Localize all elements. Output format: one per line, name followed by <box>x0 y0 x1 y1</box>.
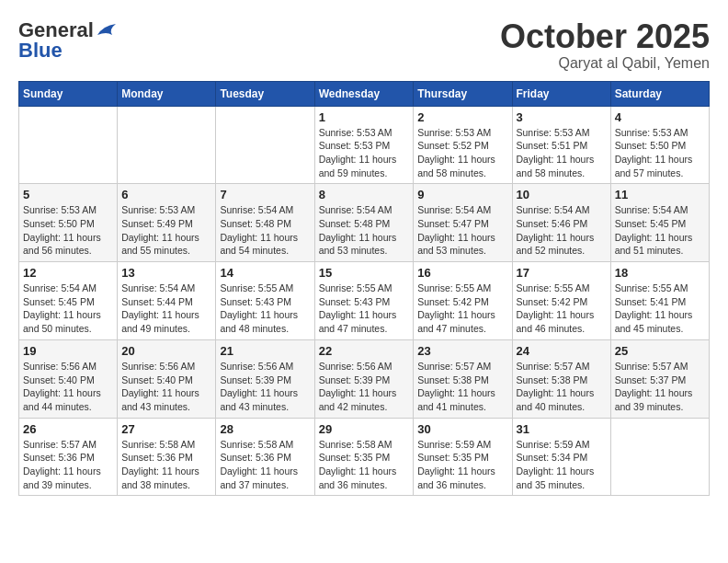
day-number: 24 <box>517 344 607 358</box>
day-info: Sunrise: 5:55 AM Sunset: 5:42 PM Dayligh… <box>417 282 507 336</box>
calendar-cell: 10Sunrise: 5:54 AM Sunset: 5:46 PM Dayli… <box>512 184 610 262</box>
day-number: 1 <box>319 110 410 124</box>
title-area: October 2025 Qaryat al Qabil, Yemen <box>500 18 710 72</box>
calendar-cell: 1Sunrise: 5:53 AM Sunset: 5:53 PM Daylig… <box>314 106 414 184</box>
calendar-cell: 8Sunrise: 5:54 AM Sunset: 5:48 PM Daylig… <box>314 184 414 262</box>
day-number: 11 <box>615 188 705 201</box>
day-number: 22 <box>319 344 410 358</box>
logo: General Blue <box>18 18 116 63</box>
day-number: 12 <box>23 266 113 280</box>
day-info: Sunrise: 5:54 AM Sunset: 5:44 PM Dayligh… <box>121 282 211 336</box>
col-thursday: Thursday <box>414 81 512 106</box>
calendar-cell: 2Sunrise: 5:53 AM Sunset: 5:52 PM Daylig… <box>414 106 512 184</box>
calendar-cell: 25Sunrise: 5:57 AM Sunset: 5:37 PM Dayli… <box>610 339 709 418</box>
calendar-week-row: 26Sunrise: 5:57 AM Sunset: 5:36 PM Dayli… <box>19 418 710 496</box>
calendar-cell: 18Sunrise: 5:55 AM Sunset: 5:41 PM Dayli… <box>610 262 709 340</box>
calendar-cell: 22Sunrise: 5:56 AM Sunset: 5:39 PM Dayli… <box>314 339 414 418</box>
calendar-cell: 13Sunrise: 5:54 AM Sunset: 5:44 PM Dayli… <box>118 262 216 340</box>
calendar-cell: 27Sunrise: 5:58 AM Sunset: 5:36 PM Dayli… <box>118 418 216 496</box>
day-info: Sunrise: 5:59 AM Sunset: 5:35 PM Dayligh… <box>417 438 507 492</box>
calendar-cell: 14Sunrise: 5:55 AM Sunset: 5:43 PM Dayli… <box>216 262 314 340</box>
calendar-week-row: 12Sunrise: 5:54 AM Sunset: 5:45 PM Dayli… <box>19 262 710 340</box>
calendar-cell <box>216 106 314 184</box>
day-info: Sunrise: 5:58 AM Sunset: 5:36 PM Dayligh… <box>220 438 310 492</box>
calendar-cell: 21Sunrise: 5:56 AM Sunset: 5:39 PM Dayli… <box>216 339 314 418</box>
calendar-cell: 31Sunrise: 5:59 AM Sunset: 5:34 PM Dayli… <box>512 418 610 496</box>
day-number: 14 <box>220 266 310 280</box>
day-number: 16 <box>417 266 507 280</box>
day-info: Sunrise: 5:57 AM Sunset: 5:36 PM Dayligh… <box>23 438 113 492</box>
col-wednesday: Wednesday <box>314 81 414 106</box>
calendar-cell: 11Sunrise: 5:54 AM Sunset: 5:45 PM Dayli… <box>610 184 709 262</box>
day-info: Sunrise: 5:54 AM Sunset: 5:47 PM Dayligh… <box>417 203 507 258</box>
day-number: 15 <box>319 266 410 280</box>
day-info: Sunrise: 5:57 AM Sunset: 5:38 PM Dayligh… <box>417 360 507 414</box>
calendar-cell: 17Sunrise: 5:55 AM Sunset: 5:42 PM Dayli… <box>512 262 610 340</box>
calendar-cell <box>118 106 216 184</box>
day-number: 13 <box>121 266 211 280</box>
calendar-cell: 30Sunrise: 5:59 AM Sunset: 5:35 PM Dayli… <box>414 418 512 496</box>
day-number: 17 <box>517 266 607 280</box>
day-info: Sunrise: 5:56 AM Sunset: 5:40 PM Dayligh… <box>23 360 113 414</box>
calendar-cell: 16Sunrise: 5:55 AM Sunset: 5:42 PM Dayli… <box>414 262 512 340</box>
day-number: 30 <box>417 422 507 436</box>
calendar-cell: 24Sunrise: 5:57 AM Sunset: 5:38 PM Dayli… <box>512 339 610 418</box>
day-number: 27 <box>121 422 211 436</box>
page-header: General Blue October 2025 Qaryat al Qabi… <box>18 18 710 72</box>
day-number: 5 <box>23 188 113 201</box>
month-title: October 2025 <box>500 18 710 55</box>
day-info: Sunrise: 5:55 AM Sunset: 5:42 PM Dayligh… <box>517 282 607 336</box>
calendar-cell: 9Sunrise: 5:54 AM Sunset: 5:47 PM Daylig… <box>414 184 512 262</box>
day-number: 18 <box>615 266 705 280</box>
day-number: 10 <box>517 188 607 201</box>
day-number: 25 <box>615 344 705 358</box>
calendar-cell: 19Sunrise: 5:56 AM Sunset: 5:40 PM Dayli… <box>19 339 118 418</box>
calendar-cell: 3Sunrise: 5:53 AM Sunset: 5:51 PM Daylig… <box>512 106 610 184</box>
day-number: 19 <box>23 344 113 358</box>
day-number: 6 <box>121 188 211 201</box>
calendar-cell <box>19 106 118 184</box>
calendar-cell: 12Sunrise: 5:54 AM Sunset: 5:45 PM Dayli… <box>19 262 118 340</box>
day-info: Sunrise: 5:55 AM Sunset: 5:43 PM Dayligh… <box>319 282 410 336</box>
calendar-cell: 29Sunrise: 5:58 AM Sunset: 5:35 PM Dayli… <box>314 418 414 496</box>
col-sunday: Sunday <box>19 81 118 106</box>
day-info: Sunrise: 5:53 AM Sunset: 5:50 PM Dayligh… <box>615 126 705 180</box>
day-info: Sunrise: 5:56 AM Sunset: 5:39 PM Dayligh… <box>220 360 310 414</box>
col-tuesday: Tuesday <box>216 81 314 106</box>
day-number: 4 <box>615 110 705 124</box>
day-number: 7 <box>220 188 310 201</box>
calendar-cell: 23Sunrise: 5:57 AM Sunset: 5:38 PM Dayli… <box>414 339 512 418</box>
day-info: Sunrise: 5:56 AM Sunset: 5:39 PM Dayligh… <box>319 360 410 414</box>
day-number: 23 <box>417 344 507 358</box>
day-number: 8 <box>319 188 410 201</box>
calendar-cell: 15Sunrise: 5:55 AM Sunset: 5:43 PM Dayli… <box>314 262 414 340</box>
calendar-table: Sunday Monday Tuesday Wednesday Thursday… <box>18 81 710 497</box>
col-friday: Friday <box>512 81 610 106</box>
logo-blue-text: Blue <box>18 39 63 63</box>
day-info: Sunrise: 5:59 AM Sunset: 5:34 PM Dayligh… <box>517 438 607 492</box>
calendar-cell: 7Sunrise: 5:54 AM Sunset: 5:48 PM Daylig… <box>216 184 314 262</box>
day-info: Sunrise: 5:54 AM Sunset: 5:45 PM Dayligh… <box>23 282 113 336</box>
day-number: 9 <box>417 188 507 201</box>
day-info: Sunrise: 5:53 AM Sunset: 5:53 PM Dayligh… <box>319 126 410 180</box>
day-number: 20 <box>121 344 211 358</box>
day-info: Sunrise: 5:55 AM Sunset: 5:43 PM Dayligh… <box>220 282 310 336</box>
calendar-week-row: 1Sunrise: 5:53 AM Sunset: 5:53 PM Daylig… <box>19 106 710 184</box>
calendar-body: 1Sunrise: 5:53 AM Sunset: 5:53 PM Daylig… <box>19 106 710 496</box>
day-info: Sunrise: 5:53 AM Sunset: 5:52 PM Dayligh… <box>417 126 507 180</box>
calendar-cell: 5Sunrise: 5:53 AM Sunset: 5:50 PM Daylig… <box>19 184 118 262</box>
day-info: Sunrise: 5:55 AM Sunset: 5:41 PM Dayligh… <box>615 282 705 336</box>
day-number: 29 <box>319 422 410 436</box>
day-number: 3 <box>517 110 607 124</box>
calendar-header: Sunday Monday Tuesday Wednesday Thursday… <box>19 81 710 106</box>
day-info: Sunrise: 5:53 AM Sunset: 5:51 PM Dayligh… <box>517 126 607 180</box>
day-info: Sunrise: 5:56 AM Sunset: 5:40 PM Dayligh… <box>121 360 211 414</box>
calendar-week-row: 19Sunrise: 5:56 AM Sunset: 5:40 PM Dayli… <box>19 339 710 418</box>
day-info: Sunrise: 5:54 AM Sunset: 5:46 PM Dayligh… <box>517 203 607 258</box>
day-number: 28 <box>220 422 310 436</box>
calendar-cell: 28Sunrise: 5:58 AM Sunset: 5:36 PM Dayli… <box>216 418 314 496</box>
day-info: Sunrise: 5:53 AM Sunset: 5:50 PM Dayligh… <box>23 203 113 258</box>
calendar-cell: 20Sunrise: 5:56 AM Sunset: 5:40 PM Dayli… <box>118 339 216 418</box>
day-info: Sunrise: 5:54 AM Sunset: 5:48 PM Dayligh… <box>220 203 310 258</box>
col-saturday: Saturday <box>610 81 709 106</box>
